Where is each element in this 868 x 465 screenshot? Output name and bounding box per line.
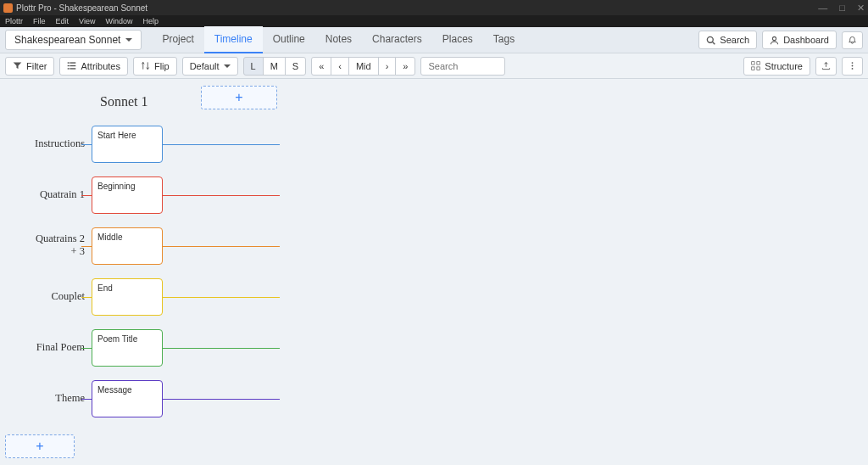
- list-icon: [67, 61, 76, 70]
- nav-mid[interactable]: Mid: [348, 57, 379, 76]
- timeline-row: InstructionsStart Here: [0, 126, 280, 165]
- scene-card[interactable]: Beginning: [92, 176, 163, 214]
- svg-point-14: [852, 65, 854, 67]
- window-minimize[interactable]: —: [818, 3, 827, 14]
- timeline-row: Quatrain 1Beginning: [0, 176, 280, 216]
- notifications-button[interactable]: [842, 31, 863, 49]
- scene-card[interactable]: End: [92, 278, 163, 316]
- app-icon: [3, 3, 13, 13]
- svg-point-13: [852, 62, 854, 64]
- main-tabs: Project Timeline Outline Notes Character…: [152, 26, 525, 53]
- scene-card[interactable]: Message: [92, 380, 163, 417]
- tab-places[interactable]: Places: [432, 26, 483, 53]
- project-selector[interactable]: Shakespearean Sonnet: [5, 30, 142, 50]
- flip-button[interactable]: Flip: [133, 57, 177, 76]
- window-close[interactable]: ✕: [857, 3, 865, 14]
- scene-card[interactable]: Middle: [92, 227, 163, 265]
- scene-card[interactable]: Poem Title: [92, 329, 163, 367]
- tab-timeline[interactable]: Timeline: [204, 26, 263, 53]
- row-line: [81, 348, 92, 349]
- menu-help[interactable]: Help: [142, 17, 159, 25]
- nav-first[interactable]: «: [311, 57, 331, 76]
- structure-button[interactable]: Structure: [743, 57, 810, 76]
- timeline-canvas[interactable]: Sonnet 1 + InstructionsStart HereQuatrai…: [0, 79, 868, 465]
- attributes-button[interactable]: Attributes: [59, 57, 127, 76]
- row-line: [163, 144, 280, 145]
- window-maximize[interactable]: □: [839, 3, 845, 14]
- row-line: [81, 144, 92, 145]
- titlebar: Plottr Pro - Shakespearean Sonnet — □ ✕: [0, 0, 868, 15]
- row-line: [163, 399, 280, 400]
- menu-window[interactable]: Window: [105, 17, 132, 25]
- row-label[interactable]: Quatrain 1: [0, 188, 85, 201]
- search-label: Search: [720, 35, 749, 45]
- default-label: Default: [190, 61, 220, 71]
- timeline-row: Final PoemPoem Title: [0, 329, 280, 368]
- flip-icon: [141, 61, 150, 70]
- tab-outline[interactable]: Outline: [263, 26, 315, 53]
- svg-rect-9: [752, 62, 754, 64]
- row-label[interactable]: Instructions: [0, 137, 85, 150]
- nav-last[interactable]: »: [395, 57, 415, 76]
- export-button[interactable]: [815, 57, 837, 76]
- row-label[interactable]: Quatrains 2+ 3: [0, 232, 85, 258]
- menu-view[interactable]: View: [79, 17, 95, 25]
- menu-plottr[interactable]: Plottr: [5, 17, 23, 25]
- row-line: [81, 246, 92, 247]
- flip-label: Flip: [154, 61, 170, 71]
- svg-rect-10: [757, 62, 760, 64]
- tab-project[interactable]: Project: [152, 26, 203, 53]
- row-line: [163, 195, 280, 196]
- bell-icon: [848, 36, 857, 45]
- svg-rect-12: [757, 67, 760, 70]
- svg-rect-5: [68, 65, 70, 66]
- chevron-down-icon: [224, 64, 231, 68]
- svg-rect-7: [68, 68, 70, 69]
- row-line: [81, 399, 92, 400]
- add-row-button[interactable]: +: [5, 434, 75, 458]
- row-line: [163, 246, 280, 247]
- svg-rect-8: [70, 68, 76, 69]
- svg-point-15: [852, 68, 854, 70]
- toolbar-search-input[interactable]: [420, 57, 505, 76]
- row-label[interactable]: Final Poem: [0, 341, 85, 354]
- nav-group: « ‹ Mid › »: [311, 57, 415, 76]
- filter-button[interactable]: Filter: [5, 57, 54, 76]
- size-m[interactable]: M: [263, 57, 286, 76]
- project-selector-label: Shakespearean Sonnet: [14, 34, 120, 46]
- topbar: Shakespearean Sonnet Project Timeline Ou…: [0, 27, 868, 53]
- tab-tags[interactable]: Tags: [483, 26, 525, 53]
- svg-point-2: [773, 36, 776, 40]
- user-icon: [770, 36, 779, 45]
- row-line: [163, 348, 280, 349]
- tab-characters[interactable]: Characters: [362, 26, 432, 53]
- row-line: [81, 297, 92, 298]
- size-group: L M S: [243, 57, 307, 76]
- add-column-button[interactable]: +: [201, 86, 277, 109]
- search-button[interactable]: Search: [698, 31, 757, 49]
- dashboard-button[interactable]: Dashboard: [762, 31, 837, 49]
- menu-file[interactable]: File: [33, 17, 46, 25]
- menu-edit[interactable]: Edit: [56, 17, 70, 25]
- timeline-row: ThemeMessage: [0, 380, 280, 419]
- tab-notes[interactable]: Notes: [315, 26, 362, 53]
- nav-next[interactable]: ›: [378, 57, 397, 76]
- filter-icon: [13, 61, 22, 70]
- svg-rect-6: [70, 65, 76, 66]
- scene-card[interactable]: Start Here: [92, 126, 163, 163]
- more-button[interactable]: [842, 57, 863, 76]
- svg-rect-11: [752, 67, 754, 70]
- column-header[interactable]: Sonnet 1: [100, 94, 147, 109]
- size-s[interactable]: S: [285, 57, 306, 76]
- attributes-label: Attributes: [81, 61, 120, 71]
- row-label[interactable]: Theme: [0, 392, 85, 405]
- chevron-down-icon: [125, 38, 132, 42]
- plus-icon: +: [36, 439, 43, 454]
- svg-rect-4: [70, 62, 76, 63]
- default-dropdown[interactable]: Default: [182, 57, 238, 76]
- row-label[interactable]: Couplet: [0, 290, 85, 303]
- size-l[interactable]: L: [243, 57, 264, 76]
- nav-prev[interactable]: ‹: [331, 57, 349, 76]
- filter-label: Filter: [26, 61, 47, 71]
- svg-rect-3: [68, 62, 70, 63]
